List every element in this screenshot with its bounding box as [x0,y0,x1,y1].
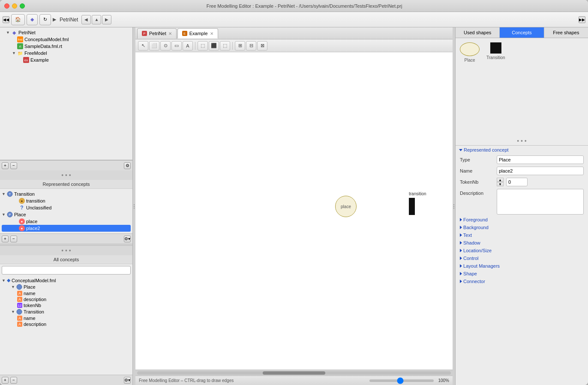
rp-text[interactable]: Text [456,231,588,239]
expand-left-button[interactable]: ◀◀ [3,16,9,23]
tree-item-example[interactable]: ▷ ex Example [2,57,131,63]
close-button[interactable] [4,3,9,9]
select-tool-button[interactable]: ↖ [138,41,148,51]
connector-link[interactable]: Connector [463,279,485,284]
all-concepts-tree[interactable]: ▼ ◆ ConceptualModel.fml ▼ Place A name [0,276,132,328]
minimize-button[interactable] [12,3,17,9]
petri-button[interactable]: ◆ [27,14,38,25]
expand-right-button[interactable]: ▶▶ [579,16,585,23]
tokennb-down-button[interactable]: ▼ [497,182,504,186]
rp-shape[interactable]: Shape [456,270,588,278]
rp-background[interactable]: Background [456,224,588,231]
tab-example[interactable]: E Example ✕ [177,28,218,39]
text-tool-button[interactable]: ▭ [171,41,182,51]
concept-unclassified[interactable]: ▷ ? Unclassified [2,204,131,211]
ac-place-desc[interactable]: A description [2,296,131,302]
zoom-slider[interactable] [369,379,434,382]
ac-trans-name[interactable]: A name [2,315,131,321]
transition-instance-icon: ● [19,198,25,204]
rp-shadow[interactable]: Shadow [456,239,588,247]
rp-connector[interactable]: Connector [456,278,588,285]
back-button[interactable]: ◀ [81,15,91,24]
forward-button[interactable]: ▶ [102,15,111,24]
foreground-link[interactable]: Foreground [463,217,488,222]
rp-description-textarea[interactable] [497,189,584,215]
tab-petri[interactable]: P PetriNet ✕ [137,28,177,39]
layout-managers-link[interactable]: Layout Managers [463,263,500,269]
tab-petri-close[interactable]: ✕ [168,31,172,36]
control-link[interactable]: Control [463,256,478,261]
transition1-shape[interactable] [409,198,415,215]
background-link[interactable]: Background [463,225,489,230]
project-tree[interactable]: ▼ ◆ PetriNet ▷ fml ConceptualModel.fml ▷… [0,27,132,160]
tab-free-shapes[interactable]: Free shapes [544,27,588,38]
concept-place2-instance[interactable]: ▷ ● place2 [2,225,131,232]
shadow-link[interactable]: Shadow [463,240,480,245]
tokennb-up-button[interactable]: ▲ [497,178,504,182]
tab-concepts[interactable]: Concepts [500,27,544,38]
refresh-button[interactable]: ↻ [39,14,51,25]
concept-place1-instance[interactable]: ▷ ● place [2,218,131,225]
concept-search-input[interactable] [2,266,131,275]
remove-project-button[interactable]: − [10,162,17,169]
tab-used-shapes[interactable]: Used shapes [456,27,500,38]
shape-item-place[interactable]: Place [460,42,480,63]
rp-section-header[interactable]: Represented concept [456,146,588,154]
up-button[interactable]: ▲ [92,15,101,24]
tree-item-freemodel[interactable]: ▼ 📁 FreeModel [2,50,131,57]
ac-conceptual-model[interactable]: ▼ ◆ ConceptualModel.fml [2,277,131,284]
ac-transition-concept[interactable]: ▼ Transition [2,308,131,315]
connect-3-button[interactable]: ⬚ [220,41,230,51]
layout-2-button[interactable]: ⊟ [246,41,256,51]
lasso-select-button[interactable]: ⊙ [160,41,171,51]
canvas-hscrollbar[interactable] [135,370,453,376]
rp-layout-managers[interactable]: Layout Managers [456,262,588,270]
connect-1-button[interactable]: ⬚ [198,41,208,51]
rect-select-button[interactable]: ⬜ [149,41,159,51]
a-tool-button[interactable]: A [183,41,193,51]
tree-item-sample[interactable]: ▷ rt SampleData.fml.rt [2,43,131,50]
canvas-place1[interactable]: place [335,196,357,217]
window-title: Free Modelling Editor : Example - PetriN… [25,3,584,9]
ac-place-name[interactable]: A name [2,290,131,296]
concept-transition-instance[interactable]: ▷ ● transition [2,197,131,204]
tree-item-conceptual[interactable]: ▷ fml ConceptualModel.fml [2,36,131,43]
settings-all-concept-button[interactable]: ⚙▾ [124,377,131,384]
canvas-transition1[interactable]: transition [409,191,426,215]
rp-name-input[interactable] [497,167,584,175]
settings-project-button[interactable]: ⚙ [124,162,131,169]
add-all-concept-button[interactable]: + [2,377,9,384]
text-link[interactable]: Text [463,233,472,238]
hscroll-thumb[interactable] [263,371,325,375]
connect-2-button[interactable]: ⬛ [209,41,219,51]
remove-all-concept-button[interactable]: − [10,377,17,384]
petri-project-icon: ◆ [11,30,17,36]
layout-1-button[interactable]: ⊞ [235,41,245,51]
ac-place-concept[interactable]: ▼ Place [2,284,131,290]
shape-link[interactable]: Shape [463,271,477,276]
settings-concept-button[interactable]: ⚙▾ [124,236,131,242]
add-project-button[interactable]: + [2,162,9,169]
rp-represented-concept-link[interactable]: Represented concept [464,147,509,152]
layout-3-button[interactable]: ⊠ [257,41,267,51]
shape-item-transition[interactable]: Transition [486,42,505,60]
maximize-button[interactable] [20,3,25,9]
rp-location-size[interactable]: Location/Size [456,247,588,254]
ac-trans-desc[interactable]: A description [2,321,131,327]
tree-item-petri[interactable]: ▼ ◆ PetriNet [2,29,131,36]
ac-place-token[interactable]: 12 tokenNb [2,302,131,308]
remove-concept-button[interactable]: − [10,236,17,242]
concept-tree[interactable]: ▼ T Transition ▷ ● transition ▷ [0,189,132,233]
place1-shape[interactable]: place [335,196,357,217]
location-link[interactable]: Location/Size [463,248,492,253]
hscroll-track[interactable] [137,371,451,375]
tokennb-input[interactable] [506,178,528,186]
home-button[interactable]: 🏠 [11,14,25,25]
canvas-area[interactable]: place transition place2 [135,52,453,370]
concept-transition-group[interactable]: ▼ T Transition [2,191,131,197]
tab-example-close[interactable]: ✕ [210,31,213,36]
concept-place-group[interactable]: ▼ P Place [2,211,131,218]
rp-control[interactable]: Control [456,254,588,262]
add-concept-button[interactable]: + [2,236,9,242]
rp-foreground[interactable]: Foreground [456,216,588,224]
